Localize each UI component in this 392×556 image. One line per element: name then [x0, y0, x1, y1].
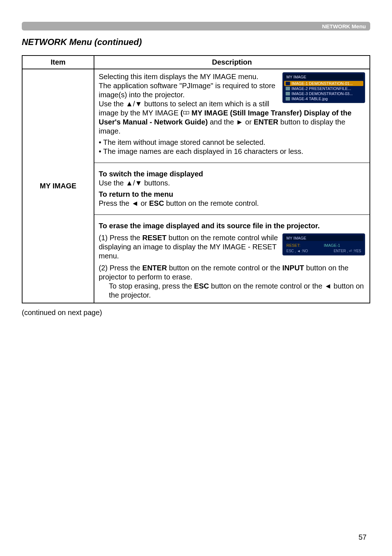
- header-tab-label: NETWORK Menu: [322, 23, 366, 29]
- h1: To switch the image displayed: [99, 169, 365, 179]
- osd-row-left: IMAGE-2: [291, 86, 308, 91]
- h3: To erase the image displayed and its sou…: [99, 221, 365, 230]
- header-bar: NETWORK Menu: [22, 22, 370, 30]
- section-title: NETWORK Menu (continued): [22, 37, 370, 47]
- p3d: and the ► or: [208, 118, 254, 126]
- osd-row-left: IMAGE-3: [291, 91, 308, 96]
- item-cell: MY IMAGE: [22, 69, 94, 303]
- image-icon: [286, 82, 290, 85]
- p3e: ENTER: [254, 118, 278, 126]
- h1-body: Use the ▲/▼ buttons.: [99, 179, 365, 188]
- image-icon: [286, 87, 290, 90]
- image-icon: [286, 97, 290, 101]
- h2c: button on the remote control.: [164, 199, 259, 207]
- osd-row-3: IMAGE-3DEMONSTRATION-03...: [284, 91, 363, 96]
- osd-row-left: IMAGE-4: [291, 97, 308, 101]
- osd-row-right: TABLE.jpg: [309, 97, 362, 101]
- step-1: MY IMAGE RESET: IMAGE-1 ESC , ◄ :NO ENTE…: [99, 233, 365, 261]
- osd-row-left: IMAGE-1: [291, 81, 308, 86]
- osd-reset-label: RESET:: [286, 243, 324, 248]
- s2d: INPUT: [282, 264, 304, 272]
- s2g: ESC: [194, 282, 209, 290]
- s1a: (1) Press the: [99, 234, 142, 242]
- osd-reset-value: IMAGE-1: [324, 243, 361, 248]
- osd-row-right: DEMONSTRATION-03...: [309, 91, 362, 96]
- h2-body: Press the ◄ or ESC button on the remote …: [99, 199, 365, 208]
- page-number: 57: [359, 533, 367, 541]
- book-icon: [183, 109, 189, 114]
- image-icon: [286, 92, 290, 95]
- h2: To return to the menu: [99, 190, 365, 199]
- osd-row-right: PRESENTATIONFILE...: [309, 86, 362, 91]
- s1b: RESET: [142, 234, 167, 242]
- page: NETWORK Menu NETWORK Menu (continued) It…: [0, 0, 392, 331]
- osd-reset-menu: MY IMAGE RESET: IMAGE-1 ESC , ◄ :NO ENTE…: [282, 233, 365, 255]
- s2f: To stop erasing, press the: [109, 282, 194, 290]
- bullet-2: • The image names are each displayed in …: [99, 147, 365, 156]
- step-2: (2) Press the ENTER button on the remote…: [99, 263, 365, 300]
- osd-row-right: DEMONSTRATION-01...: [309, 81, 362, 86]
- continued-note: (continued on next page): [22, 308, 370, 317]
- th-description: Description: [94, 56, 370, 69]
- description-cell: MY IMAGE IMAGE-1DEMONSTRATION-01...IMAGE…: [94, 69, 370, 303]
- osd-row-4: IMAGE-4TABLE.jpg: [284, 96, 363, 101]
- th-item: Item: [22, 56, 94, 69]
- s2b: ENTER: [142, 264, 167, 272]
- osd-reset-title: MY IMAGE: [284, 235, 363, 241]
- separator-1: [94, 163, 369, 163]
- osd-title: MY IMAGE: [284, 74, 363, 80]
- osd-row-1: IMAGE-1DEMONSTRATION-01...: [284, 81, 363, 86]
- separator-2: [94, 214, 369, 215]
- main-table: Item Description MY IMAGE MY IMAGE IMAGE…: [22, 55, 370, 303]
- osd-foot-right: ENTER , ⏎ :YES: [324, 249, 361, 253]
- h2a: Press the ◄ or: [99, 199, 149, 207]
- s2a: (2) Press the: [99, 264, 142, 272]
- osd-foot-left: ESC , ◄ :NO: [286, 249, 324, 253]
- osd-row-2: IMAGE-2PRESENTATIONFILE...: [284, 86, 363, 91]
- s2c: button on the remote control or the: [167, 264, 282, 272]
- bullet-1: • The item without image stored cannot b…: [99, 138, 365, 147]
- osd-myimage-menu: MY IMAGE IMAGE-1DEMONSTRATION-01...IMAGE…: [282, 72, 365, 103]
- h2b: ESC: [149, 199, 164, 207]
- desc-p3: Use the ▲/▼ buttons to select an item wh…: [99, 99, 365, 136]
- p3b: (: [180, 109, 183, 117]
